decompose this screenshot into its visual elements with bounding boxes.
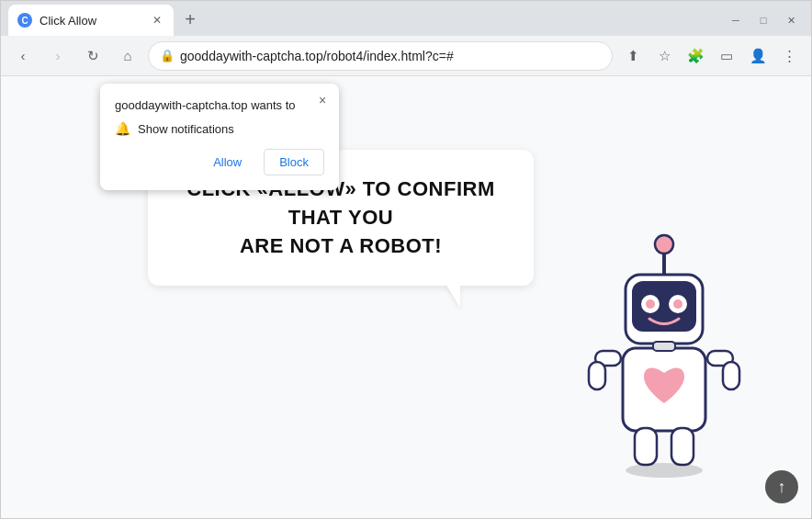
maximize-button[interactable]: □	[750, 10, 776, 30]
robot-svg	[572, 224, 756, 509]
svg-point-16	[626, 463, 703, 478]
popup-close-button[interactable]: ×	[313, 91, 332, 109]
tab-favicon: C	[17, 13, 32, 28]
svg-rect-14	[635, 428, 657, 465]
close-window-button[interactable]: ✕	[778, 10, 804, 30]
scroll-up-button[interactable]: ↑	[765, 470, 798, 503]
svg-point-1	[655, 235, 673, 254]
svg-rect-13	[723, 362, 739, 389]
popup-site-text: gooddaywith-captcha.top wants to	[115, 98, 324, 112]
refresh-button[interactable]: ↻	[78, 41, 107, 71]
scroll-up-icon: ↑	[778, 478, 786, 497]
robot-illustration	[572, 224, 756, 509]
bell-icon: 🔔	[115, 121, 130, 136]
new-tab-button[interactable]: +	[177, 6, 203, 32]
navigation-bar: ‹ › ↻ ⌂ 🔒 gooddaywith-captcha.top/robot4…	[1, 36, 811, 76]
menu-button[interactable]: ⋮	[774, 41, 804, 71]
url-text: gooddaywith-captcha.top/robot4/index.htm…	[180, 49, 601, 63]
share-button[interactable]: ⬆	[618, 41, 648, 71]
forward-button[interactable]: ›	[43, 41, 73, 71]
svg-point-6	[646, 299, 655, 309]
window-controls: ─ □ ✕	[723, 10, 804, 36]
minimize-button[interactable]: ─	[723, 10, 749, 30]
account-button[interactable]: 👤	[743, 41, 773, 71]
permission-label: Show notifications	[138, 122, 234, 136]
tab-title: Click Allow	[39, 14, 142, 28]
tab-bar: C Click Allow ✕ + ─ □ ✕	[1, 1, 811, 36]
permission-row: 🔔 Show notifications	[115, 121, 324, 136]
address-bar[interactable]: 🔒 gooddaywith-captcha.top/robot4/index.h…	[148, 41, 613, 71]
allow-button[interactable]: Allow	[198, 149, 256, 175]
bookmark-button[interactable]: ☆	[649, 41, 679, 71]
nav-actions: ⬆ ☆ 🧩 ▭ 👤 ⋮	[618, 41, 804, 71]
browser-window: C Click Allow ✕ + ─ □ ✕ ‹ › ↻ ⌂ 🔒 goodda…	[0, 0, 812, 519]
tab-close-button[interactable]: ✕	[150, 13, 164, 28]
svg-rect-11	[589, 362, 605, 389]
back-button[interactable]: ‹	[8, 41, 38, 71]
popup-buttons: Allow Block	[115, 149, 324, 175]
home-button[interactable]: ⌂	[113, 41, 142, 71]
block-button[interactable]: Block	[264, 149, 324, 175]
svg-point-7	[673, 299, 682, 309]
active-tab[interactable]: C Click Allow ✕	[8, 5, 174, 36]
notification-permission-popup: × gooddaywith-captcha.top wants to 🔔 Sho…	[100, 84, 339, 190]
cast-button[interactable]: ▭	[712, 41, 741, 71]
svg-rect-9	[653, 342, 675, 351]
extensions-button[interactable]: 🧩	[681, 41, 710, 71]
lock-icon: 🔒	[160, 49, 175, 62]
page-content: × gooddaywith-captcha.top wants to 🔔 Sho…	[1, 76, 811, 518]
svg-rect-15	[671, 428, 694, 465]
